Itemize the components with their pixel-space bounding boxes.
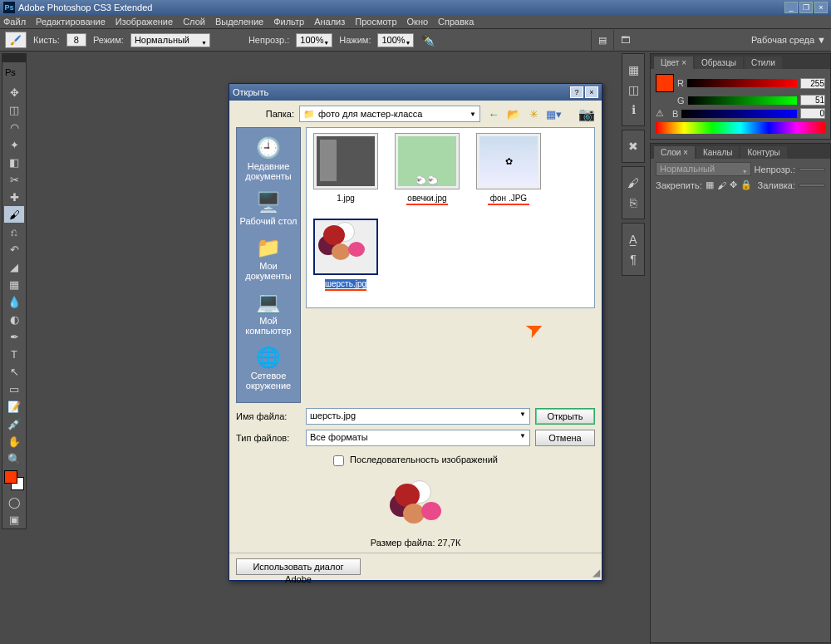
- maximize-button[interactable]: ❐: [799, 2, 813, 13]
- sidebar-recent[interactable]: 🕘Недавние документы: [237, 133, 300, 188]
- dodge-tool[interactable]: ◐: [4, 311, 24, 327]
- sidebar-network[interactable]: 🌐Сетевое окружение: [237, 342, 300, 397]
- close-button[interactable]: ×: [814, 2, 828, 13]
- sidebar-desktop[interactable]: 🖥️Рабочий стол: [237, 188, 300, 233]
- clone-icon[interactable]: ⎘: [624, 194, 642, 212]
- eraser-tool[interactable]: ◢: [4, 258, 24, 275]
- brushes-icon[interactable]: 🖌: [624, 174, 642, 192]
- quickmask-button[interactable]: ◯: [4, 494, 24, 510]
- filename-input[interactable]: шерсть.jpg▼: [306, 408, 530, 425]
- dialog-titlebar[interactable]: Открыть ? ×: [229, 84, 602, 101]
- character-icon[interactable]: A̲: [624, 230, 642, 248]
- tab-color[interactable]: Цвет ×: [654, 57, 693, 69]
- folder-dropdown[interactable]: 📁 фото для мастер-класса ▼: [299, 106, 480, 122]
- file-thumb[interactable]: ✿фон .JPG: [475, 133, 543, 205]
- lock-paint-icon[interactable]: 🖌: [717, 180, 726, 190]
- brush-size-field[interactable]: 8: [66, 33, 86, 47]
- menu-layer[interactable]: Слой: [183, 17, 205, 27]
- paragraph-icon[interactable]: ¶: [624, 250, 642, 268]
- view-menu-icon[interactable]: ▦▾: [545, 106, 562, 122]
- crop-tool[interactable]: ◧: [4, 154, 24, 170]
- eyedropper-tool[interactable]: 💉: [4, 415, 24, 432]
- file-thumb[interactable]: 1.jpg: [312, 133, 380, 205]
- open-button[interactable]: Открыть: [535, 408, 595, 425]
- move-tool[interactable]: ✥: [4, 84, 24, 101]
- menu-filter[interactable]: Фильтр: [273, 17, 304, 27]
- blend-mode-select[interactable]: Нормальный: [130, 33, 210, 47]
- layer-blend-select[interactable]: Нормальный: [656, 162, 751, 176]
- flow-field[interactable]: 100%: [377, 33, 414, 47]
- r-input[interactable]: [800, 78, 825, 89]
- g-slider[interactable]: [688, 96, 797, 105]
- lasso-tool[interactable]: ◠: [4, 119, 24, 135]
- r-slider[interactable]: [687, 79, 797, 87]
- opacity-field[interactable]: 100%: [296, 33, 332, 47]
- histogram-icon[interactable]: ◫: [624, 81, 642, 99]
- layer-fill-field[interactable]: [799, 184, 825, 187]
- minimize-button[interactable]: _: [784, 2, 798, 13]
- file-thumb[interactable]: шерсть.jpg: [312, 219, 380, 291]
- stamp-tool[interactable]: ⎌: [4, 224, 24, 240]
- menu-edit[interactable]: Редактирование: [36, 17, 106, 27]
- tab-layers[interactable]: Слои ×: [654, 146, 695, 159]
- cancel-button[interactable]: Отмена: [535, 430, 595, 446]
- wand-tool[interactable]: ✦: [4, 136, 24, 153]
- lock-all-icon[interactable]: 🔒: [740, 179, 752, 190]
- filetype-select[interactable]: Все форматы▼: [306, 430, 530, 446]
- palette-icon[interactable]: ▤: [598, 35, 607, 46]
- history-brush-tool[interactable]: ↶: [4, 241, 24, 258]
- pen-tool[interactable]: ✒: [4, 328, 24, 345]
- view-icon[interactable]: 🗔: [621, 35, 630, 45]
- menu-window[interactable]: Окно: [407, 17, 429, 27]
- resize-grip[interactable]: ◢: [593, 567, 600, 578]
- dialog-help-button[interactable]: ?: [570, 86, 583, 98]
- up-icon[interactable]: 📂: [505, 106, 522, 122]
- sidebar-computer[interactable]: 💻Мой компьютер: [237, 288, 300, 342]
- g-input[interactable]: [800, 95, 825, 106]
- bridge-icon[interactable]: 📷: [578, 106, 595, 122]
- notes-tool[interactable]: 📝: [4, 398, 24, 415]
- brush-tool-icon[interactable]: 🖌️: [5, 32, 27, 48]
- workspace-dropdown[interactable]: Рабочая среда ▼: [751, 35, 826, 45]
- sidebar-documents[interactable]: 📁Мои документы: [237, 233, 300, 288]
- back-icon[interactable]: ←: [485, 106, 502, 122]
- type-tool[interactable]: T: [4, 346, 24, 362]
- toolbox-handle[interactable]: [2, 54, 26, 62]
- airbrush-icon[interactable]: ✒️: [420, 33, 435, 47]
- file-thumb[interactable]: 🐑🐑овечки.jpg: [393, 133, 461, 205]
- menu-help[interactable]: Справка: [438, 17, 474, 27]
- file-list[interactable]: 1.jpg🐑🐑овечки.jpg✿фон .JPGшерсть.jpg: [306, 127, 595, 308]
- menu-file[interactable]: Файл: [3, 17, 26, 27]
- info-icon[interactable]: ℹ: [624, 101, 642, 119]
- foreground-color[interactable]: [4, 470, 17, 484]
- navigator-icon[interactable]: ▦: [624, 61, 642, 79]
- slice-tool[interactable]: ✂: [4, 171, 24, 188]
- zoom-tool[interactable]: 🔍: [4, 450, 24, 467]
- tab-paths[interactable]: Контуры: [740, 146, 786, 159]
- menu-analysis[interactable]: Анализ: [314, 17, 345, 27]
- color-swatch[interactable]: [4, 470, 24, 490]
- marquee-tool[interactable]: ◫: [4, 101, 24, 118]
- tab-swatches[interactable]: Образцы: [695, 57, 743, 69]
- menu-select[interactable]: Выделение: [215, 17, 263, 27]
- new-folder-icon[interactable]: ✳: [525, 106, 542, 122]
- adobe-dialog-button[interactable]: Использовать диалог Adobe: [236, 558, 361, 575]
- layer-opacity-field[interactable]: [799, 168, 825, 171]
- lock-transparent-icon[interactable]: ▦: [706, 179, 714, 190]
- color-preview[interactable]: [656, 74, 674, 92]
- hand-tool[interactable]: ✋: [4, 433, 24, 450]
- tab-styles[interactable]: Стили: [745, 57, 782, 69]
- lock-position-icon[interactable]: ✥: [730, 179, 737, 190]
- color-spectrum[interactable]: [656, 122, 825, 134]
- b-slider[interactable]: [681, 110, 797, 118]
- path-tool[interactable]: ↖: [4, 363, 24, 380]
- tab-channels[interactable]: Каналы: [696, 146, 740, 159]
- shape-tool[interactable]: ▭: [4, 381, 24, 397]
- menu-view[interactable]: Просмотр: [355, 17, 396, 27]
- menu-image[interactable]: Изображение: [116, 17, 173, 27]
- dialog-close-button[interactable]: ×: [585, 86, 598, 98]
- b-input[interactable]: [800, 108, 825, 119]
- image-sequence-checkbox[interactable]: [333, 455, 344, 466]
- brush-tool[interactable]: 🖌: [4, 206, 24, 223]
- gradient-tool[interactable]: ▦: [4, 276, 24, 293]
